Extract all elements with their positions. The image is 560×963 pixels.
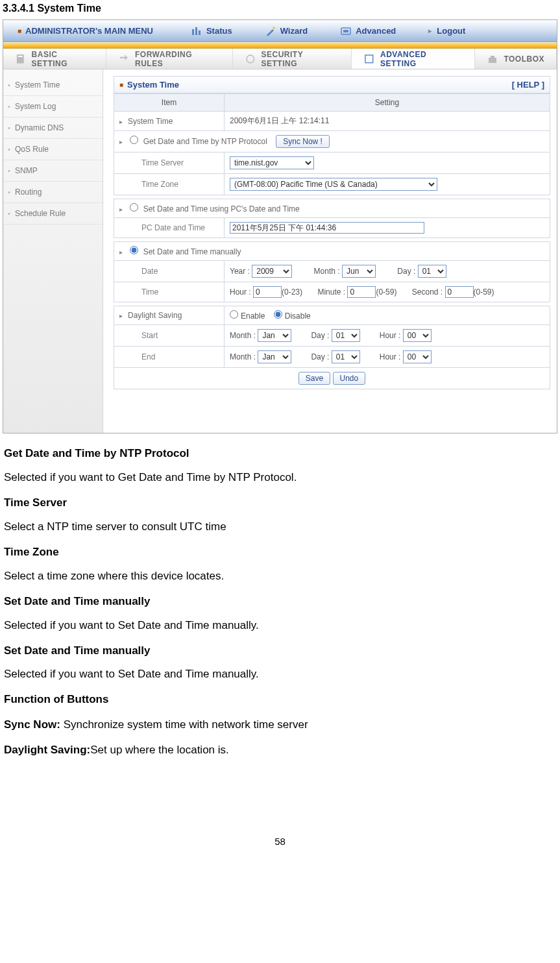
doc-section: Get Date and Time by NTP Protocol Select… xyxy=(0,446,560,758)
tabbar: BASIC SETTING FORWARDING RULES SECURITY … xyxy=(3,49,557,69)
year-select[interactable]: 2009 xyxy=(252,265,292,278)
para-dst: Daylight Saving:Set up where the locatio… xyxy=(4,743,556,758)
nav-advanced[interactable]: Advanced xyxy=(340,25,396,37)
tab-toolbox[interactable]: TOOLBOX xyxy=(475,49,557,69)
row-manual: ▸ Set Date and Time manually xyxy=(114,242,550,261)
accent-strip xyxy=(3,42,557,49)
arrows-icon xyxy=(118,53,130,65)
svg-rect-0 xyxy=(192,29,194,35)
row-time-server-field: time.nist.gov xyxy=(225,152,550,174)
svg-rect-7 xyxy=(18,55,23,56)
svg-rect-1 xyxy=(195,27,197,35)
topbar: ■ADMINISTRATOR's MAIN MENU Status Wizard xyxy=(3,20,557,42)
panel-title: System Time xyxy=(127,80,179,90)
th-item: Item xyxy=(114,94,225,112)
advanced-icon xyxy=(340,25,352,37)
heading-buttons: Function of Buttons xyxy=(4,692,556,707)
row-time-fields: Hour : (0-23) Minute : (0-59) Second : (… xyxy=(225,282,550,302)
svg-rect-5 xyxy=(343,30,348,32)
main-panel: ■System Time [ HELP ] Item Setting ▸Syst… xyxy=(103,69,557,433)
para-ntp: Selected if you want to Get Date and Tim… xyxy=(4,470,556,485)
row-end-fields: Month : Jan Day : 01 Hour : 00 xyxy=(225,347,550,368)
tab-security-setting[interactable]: SECURITY SETTING xyxy=(233,49,352,69)
row-time-label: Time xyxy=(114,282,225,302)
row-system-time-value: 2009年6月1日 上午 12:14:11 xyxy=(225,112,550,131)
tab-basic-setting[interactable]: BASIC SETTING xyxy=(3,49,106,69)
note-icon xyxy=(15,53,27,65)
svg-point-8 xyxy=(247,55,254,62)
ntp-radio[interactable] xyxy=(130,136,138,144)
para-manual1: Selected if you want to Set Date and Tim… xyxy=(4,618,556,633)
sidebar-item-snmp[interactable]: SNMP xyxy=(3,160,103,182)
dst-bold: Daylight Saving: xyxy=(4,744,90,756)
start-hour-select[interactable]: 00 xyxy=(403,329,432,342)
th-setting: Setting xyxy=(225,94,550,112)
heading-timezone: Time Zone xyxy=(4,545,556,560)
sidebar-item-schedule-rule[interactable]: Schedule Rule xyxy=(3,203,103,225)
hour-input[interactable] xyxy=(253,286,282,298)
start-month-select[interactable]: Jan xyxy=(258,329,291,342)
end-hour-select[interactable]: 00 xyxy=(403,350,432,363)
para-manual2: Selected if you want to Set Date and Tim… xyxy=(4,667,556,682)
row-date-label: Date xyxy=(114,261,225,282)
row-pcdate-label: PC Date and Time xyxy=(114,218,225,238)
sidebar-item-system-log[interactable]: System Log xyxy=(3,96,103,117)
sync-now-button[interactable]: Sync Now ! xyxy=(276,135,330,148)
row-time-zone-field: (GMT-08:00) Pacific Time (US & Canada) xyxy=(225,174,550,195)
manual-radio[interactable] xyxy=(130,246,138,254)
row-start-fields: Month : Jan Day : 01 Hour : 00 xyxy=(225,325,550,347)
heading-ntp: Get Date and Time by NTP Protocol xyxy=(4,446,556,461)
router-ui: ■ADMINISTRATOR's MAIN MENU Status Wizard xyxy=(3,19,557,433)
config-table: Item Setting ▸System Time 2009年6月1日 上午 1… xyxy=(114,93,550,389)
end-day-select[interactable]: 01 xyxy=(332,350,360,363)
undo-button[interactable]: Undo xyxy=(333,372,366,385)
save-button[interactable]: Save xyxy=(298,372,330,385)
svg-rect-10 xyxy=(489,58,496,63)
pc-radio[interactable] xyxy=(130,203,138,212)
heading-timeserver: Time Server xyxy=(4,496,556,511)
sidebar: System Time System Log Dynamic DNS QoS R… xyxy=(3,69,103,433)
row-dst-label: ▸Daylight Saving xyxy=(114,306,225,325)
page-number: 58 xyxy=(0,836,560,853)
help-link[interactable]: [ HELP ] xyxy=(512,80,544,90)
end-month-select[interactable]: Jan xyxy=(258,350,291,363)
row-end-label: End xyxy=(114,347,225,368)
time-server-select[interactable]: time.nist.gov xyxy=(230,156,314,169)
admin-menu-label: ■ADMINISTRATOR's MAIN MENU xyxy=(3,26,165,36)
second-input[interactable] xyxy=(445,286,474,298)
tools-icon xyxy=(363,53,375,65)
sidebar-item-dynamic-dns[interactable]: Dynamic DNS xyxy=(3,117,103,139)
para-timezone: Select a time zone where this device loc… xyxy=(4,569,556,584)
row-time-zone-label: Time Zone xyxy=(114,174,225,195)
pc-date-input[interactable] xyxy=(230,222,424,234)
toolbox-icon xyxy=(487,53,498,65)
nav-status[interactable]: Status xyxy=(191,25,232,37)
sidebar-item-routing[interactable]: Routing xyxy=(3,182,103,203)
syncnow-bold: Sync Now: xyxy=(4,718,64,731)
dst-enable-radio[interactable] xyxy=(230,310,238,319)
wizard-icon xyxy=(265,25,276,37)
tab-advanced-setting[interactable]: ADVANCED SETTING xyxy=(352,49,475,69)
tab-forwarding-rules[interactable]: FORWARDING RULES xyxy=(106,49,233,69)
sidebar-item-system-time[interactable]: System Time xyxy=(3,75,103,96)
section-heading: 3.3.4.1 System Time xyxy=(0,0,560,19)
panel-title-bar: ■System Time [ HELP ] xyxy=(114,76,550,93)
button-row: Save Undo xyxy=(114,368,550,389)
row-time-server-label: Time Server xyxy=(114,152,225,174)
row-system-time-label: ▸System Time xyxy=(114,112,225,131)
nav-wizard[interactable]: Wizard xyxy=(265,25,308,37)
sidebar-item-qos-rule[interactable]: QoS Rule xyxy=(3,139,103,160)
day-select[interactable]: 01 xyxy=(418,265,446,278)
syncnow-text: Synchronize system time with network tim… xyxy=(64,718,308,731)
dst-disable-radio[interactable] xyxy=(274,310,282,319)
svg-rect-9 xyxy=(365,55,373,62)
dst-text: Set up where the location is. xyxy=(90,744,229,756)
status-icon xyxy=(191,25,202,37)
row-pcdate-field xyxy=(225,218,550,238)
nav-logout[interactable]: ▸ Logout xyxy=(428,25,465,37)
month-select[interactable]: Jun xyxy=(342,265,376,278)
time-zone-select[interactable]: (GMT-08:00) Pacific Time (US & Canada) xyxy=(230,178,437,191)
row-ntp: ▸ Get Date and Time by NTP Protocol Sync… xyxy=(114,131,550,152)
start-day-select[interactable]: 01 xyxy=(332,329,360,342)
minute-input[interactable] xyxy=(347,286,376,298)
